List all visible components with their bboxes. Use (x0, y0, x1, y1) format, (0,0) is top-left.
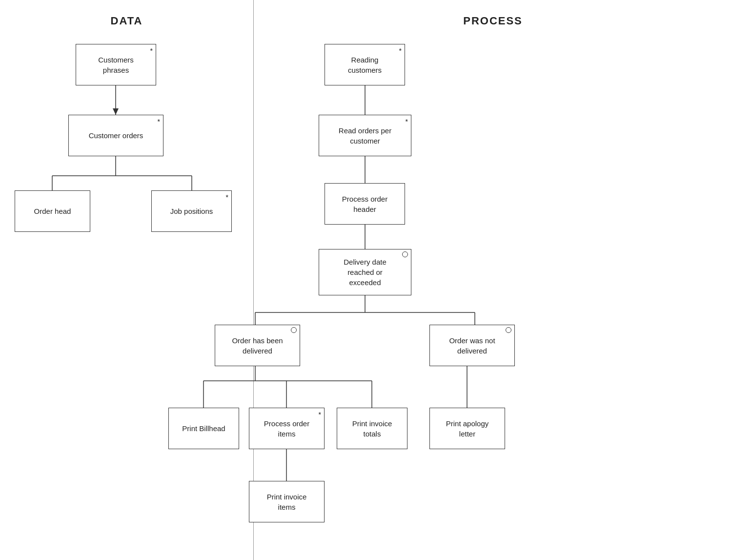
diagram-container: DATA Customersphrases * Customer orders … (0, 0, 732, 560)
box-reading-customers: Readingcustomers * (325, 44, 405, 85)
box-delivery-date: Delivery datereached orexceeded (319, 249, 411, 295)
svg-marker-1 (113, 108, 119, 115)
box-customers-phrases-asterisk: * (150, 46, 153, 56)
box-customers-phrases: Customersphrases * (76, 44, 156, 85)
box-order-delivered-circle (291, 327, 297, 333)
box-process-order-items: Process orderitems * (249, 408, 325, 449)
box-print-invoice-totals: Print invoicetotals (337, 408, 407, 449)
box-process-order-header-label: Process orderheader (342, 194, 387, 214)
box-job-positions-asterisk: * (226, 193, 228, 203)
right-panel: PROCESS (254, 0, 732, 560)
box-order-not-delivered: Order was notdelivered (429, 325, 515, 366)
box-job-positions: Job positions * (151, 190, 232, 232)
box-customers-phrases-label: Customersphrases (98, 55, 134, 75)
box-print-invoice-totals-label: Print invoicetotals (352, 418, 392, 439)
box-order-head: Order head (15, 190, 90, 232)
box-print-apology-letter-label: Print apologyletter (446, 418, 489, 439)
left-panel: DATA Customersphrases * Customer orders … (0, 0, 254, 560)
box-process-order-items-asterisk: * (319, 410, 321, 420)
left-title: DATA (0, 15, 253, 27)
box-customer-orders-label: Customer orders (89, 130, 143, 141)
box-reading-customers-asterisk: * (399, 46, 402, 56)
box-print-apology-letter: Print apologyletter (429, 408, 505, 449)
box-order-head-label: Order head (34, 206, 71, 216)
box-delivery-date-label: Delivery datereached orexceeded (344, 257, 386, 288)
box-print-billhead-label: Print Billhead (182, 423, 225, 434)
box-read-orders-label: Read orders percustomer (339, 125, 391, 146)
box-read-orders: Read orders percustomer * (319, 115, 411, 156)
box-order-not-delivered-label: Order was notdelivered (449, 335, 495, 356)
box-print-invoice-items: Print invoiceitems (249, 481, 325, 522)
box-read-orders-asterisk: * (406, 117, 408, 127)
box-process-order-header: Process orderheader (325, 183, 405, 225)
box-order-delivered-label: Order has beendelivered (232, 335, 283, 356)
box-customer-orders-asterisk: * (158, 117, 160, 127)
box-print-invoice-items-label: Print invoiceitems (267, 492, 307, 512)
box-customer-orders: Customer orders * (68, 115, 163, 156)
box-order-not-delivered-circle (506, 327, 511, 333)
box-job-positions-label: Job positions (170, 206, 213, 216)
box-order-delivered: Order has beendelivered (215, 325, 300, 366)
box-reading-customers-label: Readingcustomers (348, 55, 382, 75)
right-title: PROCESS (254, 15, 732, 27)
box-print-billhead: Print Billhead (168, 408, 239, 449)
box-process-order-items-label: Process orderitems (264, 418, 309, 439)
box-delivery-date-circle (402, 251, 408, 257)
